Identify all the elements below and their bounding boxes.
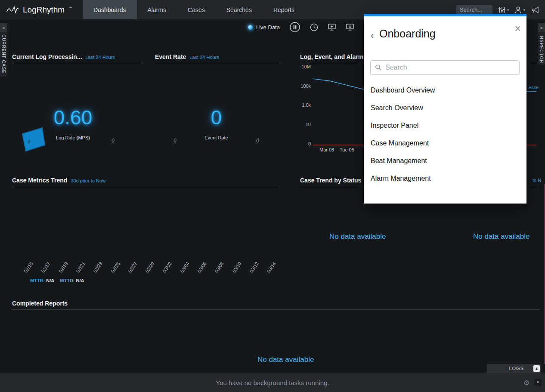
title-text: Case Trend by Status [300, 177, 361, 184]
current-case-tab[interactable]: » CURRENT CASE [0, 23, 7, 77]
settings-gear-icon[interactable]: ⚙ [523, 379, 530, 387]
brand-trademark: ™ [68, 6, 72, 10]
tab-label: Alarms [148, 6, 167, 13]
hidden-range-fragment: to N [533, 178, 541, 183]
tab-label: Dashboards [93, 6, 126, 13]
tab-searches[interactable]: Searches [216, 0, 263, 19]
expand-left-icon: « [538, 23, 545, 32]
inspector-label: INSPECTOR [539, 34, 544, 63]
chevron-down-icon: ▾ [523, 8, 525, 12]
caret-up-icon: ▲ [535, 366, 539, 370]
megaphone-icon [531, 6, 540, 14]
gauge-value: 0 [28, 139, 31, 144]
chevron-down-icon: ▾ [507, 8, 509, 12]
log-rate-value: 0.60 [40, 106, 106, 129]
logs-expand-button[interactable]: ▲ [533, 365, 540, 372]
x-tick: 03/06 [193, 261, 207, 279]
close-icon[interactable]: × [514, 23, 521, 34]
widget-title-log-event-alarm: Log, Event, and Alarm... [300, 53, 368, 60]
onboarding-item-inspector-panel[interactable]: Inspector Panel [364, 117, 526, 134]
title-text: Event Rate [155, 53, 186, 60]
live-data-toggle[interactable]: Live Data [248, 24, 280, 31]
onboarding-panel: ‹ Onboarding × Dashboard Overview Search… [364, 14, 526, 204]
divider [12, 63, 143, 63]
export-dashboard-button[interactable] [346, 23, 354, 31]
onboarding-item-alarm-management[interactable]: Alarm Management [364, 170, 526, 187]
log-rate-label: Log Rate (MPS) [40, 135, 106, 140]
y-tick: 100k [294, 83, 311, 89]
widget-title-event-rate: Event RateLast 24 Hours [155, 53, 219, 60]
gauge-tick: 0 [173, 138, 177, 144]
user-icon [514, 6, 522, 14]
collapse-statusbar-button[interactable]: ▼ [534, 379, 542, 386]
divider [12, 187, 280, 187]
y-tick: 0 [294, 141, 311, 146]
x-tick: 03/12 [245, 261, 260, 279]
x-tick: 02/15 [19, 261, 34, 279]
x-tick: 02/17 [37, 261, 51, 279]
mttr-value: N/A [46, 278, 54, 283]
onboarding-title: Onboarding [379, 28, 436, 40]
search-icon [375, 64, 382, 71]
x-tick: 02/19 [54, 261, 69, 279]
sliders-icon [498, 6, 506, 13]
onboarding-item-beat-management[interactable]: Beat Management [364, 152, 526, 170]
title-text: Log, Event, and Alarm... [300, 53, 368, 60]
hidden-label-fragment: esse [529, 85, 539, 90]
logs-drawer-tab[interactable]: LOGS ▲ [487, 364, 541, 373]
widget-title-case-trend: Case Trend by Status [300, 177, 361, 184]
back-chevron-icon[interactable]: ‹ [371, 30, 374, 41]
case-trend-empty-state: No data available [329, 232, 386, 241]
mttr-label: MTTR: [30, 278, 45, 283]
divider [155, 63, 281, 63]
x-tick: 03/14 [262, 261, 277, 279]
title-text: Case Metrics Trend [12, 177, 67, 184]
gauge-tick: 0 [256, 138, 259, 144]
inspector-tab[interactable]: « INSPECTOR [538, 23, 545, 65]
right-widget-empty-state: No data available [473, 232, 530, 241]
x-tick: 03/04 [176, 261, 190, 279]
add-widget-button[interactable] [328, 23, 336, 31]
tab-label: Reports [273, 6, 294, 13]
title-text: Completed Reports [12, 300, 68, 307]
mttd-value: N/A [76, 278, 84, 283]
range-label[interactable]: Last 24 Hours [86, 55, 115, 60]
x-tick: 02/21 [71, 261, 86, 279]
tab-dashboards[interactable]: Dashboards [83, 0, 137, 19]
y-tick: 10M [294, 64, 311, 69]
onboarding-item-search-overview[interactable]: Search Overview [364, 99, 526, 117]
time-range-button[interactable] [310, 23, 318, 31]
global-search-input[interactable] [456, 5, 492, 15]
range-label[interactable]: 30d prior to Now [71, 178, 105, 183]
tab-cases[interactable]: Cases [177, 0, 216, 19]
logs-label: LOGS [509, 366, 524, 371]
onboarding-item-dashboard-overview[interactable]: Dashboard Overview [364, 81, 526, 99]
case-metrics-note: MTTR: N/A MTTD: N/A [30, 278, 84, 283]
log-rate-value-box: 0.60 Log Rate (MPS) [40, 106, 106, 140]
onboarding-search-box [370, 60, 520, 75]
live-data-label: Live Data [256, 24, 280, 31]
brand-name: LogRhythm [23, 5, 65, 15]
current-case-label: CURRENT CASE [1, 34, 6, 74]
status-bar: You have no background tasks running. ⚙ … [0, 373, 545, 392]
range-label[interactable]: Last 24 Hours [189, 55, 219, 60]
widget-title-completed-reports: Completed Reports [12, 300, 68, 307]
caret-down-icon: ▼ [536, 380, 540, 384]
tab-alarms[interactable]: Alarms [137, 0, 177, 19]
x-tick: 02/27 [124, 261, 138, 279]
tab-reports[interactable]: Reports [263, 0, 305, 19]
onboarding-item-case-management[interactable]: Case Management [364, 134, 526, 152]
status-message: You have no background tasks running. [216, 379, 329, 386]
brand: LogRhythm ™ [0, 0, 83, 19]
tab-label: Cases [188, 6, 205, 13]
announcements-button[interactable] [531, 6, 540, 14]
filters-menu-button[interactable]: ▾ [498, 6, 509, 13]
x-tick: 03/08 [210, 261, 225, 279]
title-text: Current Log Processin... [12, 53, 82, 60]
user-menu-button[interactable]: ▾ [514, 6, 525, 14]
live-data-indicator-icon [248, 25, 253, 30]
x-tick: Mar 03 [319, 147, 334, 152]
onboarding-search-input[interactable] [385, 64, 515, 71]
pause-button[interactable] [289, 22, 300, 33]
logrhythm-logo-icon [6, 5, 19, 15]
